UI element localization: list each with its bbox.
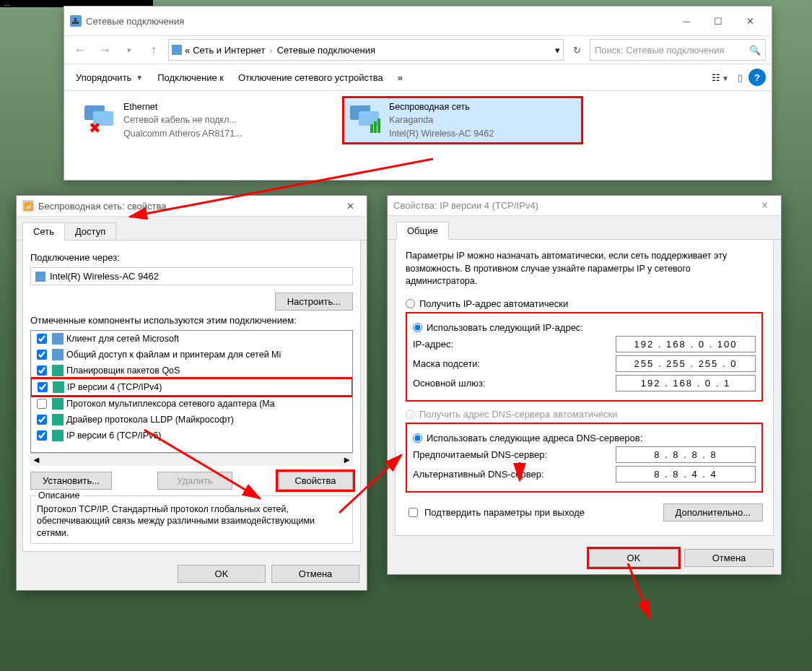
component-checkbox[interactable] bbox=[37, 334, 47, 344]
component-checkbox[interactable] bbox=[37, 430, 47, 441]
connection-status: Сетевой кабель не подкл... bbox=[123, 114, 243, 126]
preview-pane-button[interactable]: ▯ bbox=[735, 69, 746, 86]
connection-adapter: Intel(R) Wireless-AC 9462 bbox=[389, 128, 494, 139]
radio-auto-dns: Получить адрес DNS-сервера автоматически bbox=[406, 409, 763, 420]
refresh-button[interactable]: ↻ bbox=[568, 41, 585, 59]
search-icon: 🔍 bbox=[749, 45, 761, 56]
connection-wireless[interactable]: Беспроводная сеть Karaganda Intel(R) Wir… bbox=[344, 98, 581, 142]
connection-ethernet[interactable]: ✖ Ethernet Сетевой кабель не подкл... Qu… bbox=[79, 98, 315, 142]
ipv4-title: Свойства: IP версии 4 (TCP/IPv4) bbox=[393, 200, 754, 211]
close-button[interactable]: ✕ bbox=[339, 201, 361, 212]
component-checkbox[interactable] bbox=[37, 399, 47, 409]
search-input[interactable]: Поиск: Сетевые подключения 🔍 bbox=[590, 39, 766, 61]
organize-button[interactable]: Упорядочить▼ bbox=[70, 69, 149, 86]
more-commands-button[interactable]: » bbox=[392, 69, 409, 86]
ipv4-intro: Параметры IP можно назначать автоматичес… bbox=[406, 250, 763, 288]
qos-icon bbox=[52, 365, 64, 376]
client-icon bbox=[52, 333, 64, 345]
connect-button[interactable]: Подключение к bbox=[152, 69, 230, 86]
component-label: Протокол мультиплексора сетевого адаптер… bbox=[66, 399, 275, 409]
search-placeholder: Поиск: Сетевые подключения bbox=[595, 45, 725, 56]
address-bar[interactable]: « Сеть и Интернет › Сетевые подключения … bbox=[168, 39, 564, 61]
radio-use-dns[interactable]: Использовать следующие адреса DNS-сервер… bbox=[413, 433, 756, 443]
component-checkbox[interactable] bbox=[37, 350, 47, 360]
component-label: IP версии 4 (TCP/IPv4) bbox=[67, 382, 162, 392]
explorer-titlebar: 🖧 Сетевые подключения ─ ☐ ✕ bbox=[64, 7, 772, 36]
explorer-title: Сетевые подключения bbox=[86, 16, 671, 27]
component-label: Планировщик пакетов QoS bbox=[66, 365, 180, 376]
input-mask[interactable]: 255 . 255 . 255 . 0 bbox=[616, 355, 756, 372]
ethernet-icon: ✖ bbox=[82, 101, 116, 136]
input-dns2[interactable]: 8 . 8 . 4 . 4 bbox=[616, 466, 756, 482]
components-listbox[interactable]: Клиент для сетей Microsoft Общий доступ … bbox=[30, 330, 353, 453]
svg-rect-6 bbox=[374, 121, 377, 133]
tab-access[interactable]: Доступ bbox=[64, 222, 116, 241]
properties-button[interactable]: Свойства bbox=[278, 472, 353, 490]
component-checkbox[interactable] bbox=[37, 415, 47, 425]
component-checkbox[interactable] bbox=[38, 382, 48, 392]
maximize-button[interactable]: ☐ bbox=[702, 11, 734, 31]
label-mask: Маска подсети: bbox=[413, 358, 616, 369]
dns-group: Использовать следующие адреса DNS-сервер… bbox=[406, 423, 763, 493]
help-button[interactable]: ? bbox=[748, 69, 766, 86]
wireless-icon bbox=[347, 101, 382, 136]
radio-use-ip[interactable]: Использовать следующий IP-адрес: bbox=[413, 322, 756, 333]
location-icon bbox=[172, 45, 182, 55]
scroll-left-icon[interactable]: ◄ bbox=[32, 454, 41, 465]
component-label: Клиент для сетей Microsoft bbox=[66, 334, 179, 344]
breadcrumb-b[interactable]: Сетевые подключения bbox=[277, 45, 375, 56]
ok-button[interactable]: OK bbox=[589, 549, 678, 567]
component-checkbox[interactable] bbox=[37, 365, 47, 376]
address-dropdown[interactable]: ▾ bbox=[555, 45, 560, 56]
connections-list: ✖ Ethernet Сетевой кабель не подкл... Qu… bbox=[64, 91, 772, 150]
remove-button: Удалить bbox=[157, 472, 232, 490]
cancel-button[interactable]: Отмена bbox=[271, 565, 359, 583]
history-dropdown[interactable]: ▾ bbox=[119, 40, 139, 60]
network-icon: 🖧 bbox=[70, 15, 82, 27]
forward-button[interactable]: → bbox=[95, 40, 115, 60]
input-dns1[interactable]: 8 . 8 . 8 . 8 bbox=[616, 446, 756, 463]
confirm-checkbox-row[interactable]: Подтвердить параметры при выходе bbox=[406, 506, 585, 519]
lldp-icon bbox=[52, 414, 64, 425]
sharing-icon bbox=[52, 349, 64, 360]
component-label: Общий доступ к файлам и принтерам для се… bbox=[66, 350, 281, 360]
input-gateway[interactable]: 192 . 168 . 0 . 1 bbox=[616, 375, 756, 391]
description-text: Протокол TCP/IP. Стандартный протокол гл… bbox=[37, 501, 346, 539]
ipv4-tabs: Общие bbox=[388, 216, 781, 240]
explorer-navbar: ← → ▾ ↑ « Сеть и Интернет › Сетевые подк… bbox=[64, 36, 772, 64]
ipv4-body: Параметры IP можно назначать автоматичес… bbox=[395, 240, 774, 536]
input-ip[interactable]: 192 . 168 . 0 . 100 bbox=[616, 336, 756, 352]
component-label: IP версии 6 (TCP/IPv6) bbox=[66, 430, 161, 441]
label-dns1: Предпочитаемый DNS-сервер: bbox=[413, 449, 616, 460]
props-title: Беспроводная сеть: свойства bbox=[38, 201, 339, 212]
advanced-button[interactable]: Дополнительно... bbox=[663, 503, 763, 521]
disable-device-button[interactable]: Отключение сетевого устройства bbox=[232, 69, 389, 86]
props-icon: 📶 bbox=[22, 200, 34, 212]
breadcrumb-a[interactable]: Сеть и Интернет bbox=[193, 45, 265, 56]
tab-general[interactable]: Общие bbox=[396, 222, 449, 240]
back-button[interactable]: ← bbox=[70, 40, 90, 60]
tab-network[interactable]: Сеть bbox=[22, 222, 65, 241]
connection-name: Беспроводная сеть bbox=[389, 101, 494, 113]
components-label: Отмеченные компоненты используются этим … bbox=[30, 315, 353, 326]
ipv6-icon bbox=[52, 430, 64, 441]
configure-button[interactable]: Настроить... bbox=[275, 293, 353, 311]
connection-status: Karaganda bbox=[389, 114, 494, 126]
minimize-button[interactable]: ─ bbox=[671, 11, 702, 31]
close-button[interactable]: ✕ bbox=[754, 200, 775, 211]
radio-auto-ip[interactable]: Получить IP-адрес автоматически bbox=[406, 298, 763, 309]
ipv4-properties-dialog: Свойства: IP версии 4 (TCP/IPv4) ✕ Общие… bbox=[387, 195, 782, 575]
adapter-name: Intel(R) Wireless-AC 9462 bbox=[50, 271, 159, 282]
label-ip: IP-адрес: bbox=[413, 339, 616, 350]
props-tabs: Сеть Доступ bbox=[17, 217, 367, 241]
label-dns2: Альтернативный DNS-сервер: bbox=[413, 469, 616, 480]
ok-button[interactable]: OK bbox=[178, 565, 266, 583]
cancel-button[interactable]: Отмена bbox=[684, 549, 774, 567]
up-button[interactable]: ↑ bbox=[144, 40, 164, 60]
scroll-right-icon[interactable]: ► bbox=[342, 454, 352, 465]
chevron-right-icon[interactable]: › bbox=[269, 45, 272, 56]
props-body: Подключение через: Intel(R) Wireless-AC … bbox=[22, 241, 361, 552]
view-options-button[interactable]: ☷▼ bbox=[709, 69, 732, 86]
close-button[interactable]: ✕ bbox=[734, 11, 766, 31]
install-button[interactable]: Установить... bbox=[30, 472, 112, 490]
